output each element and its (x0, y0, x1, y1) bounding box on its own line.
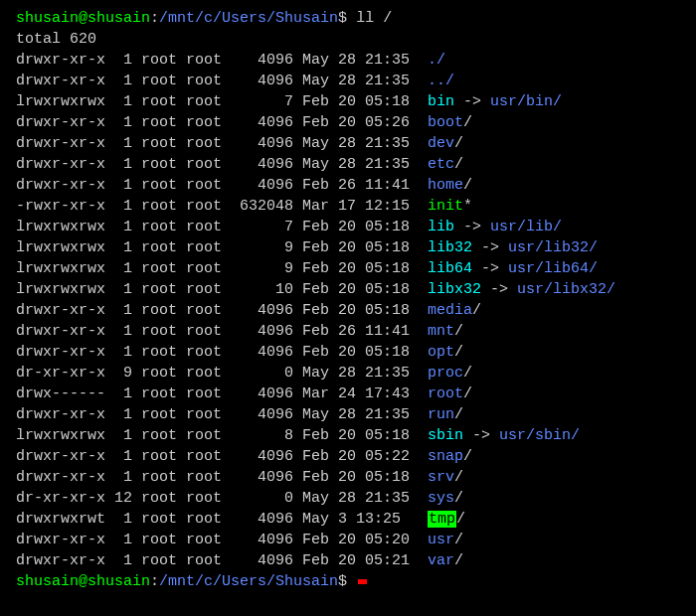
list-item: drwxr-xr-x 1 rootroot4096 May 28 21:35 r… (16, 404, 680, 425)
link-count: 1 (114, 196, 132, 217)
owner: root (141, 488, 186, 509)
date: Feb 26 11:41 (302, 175, 419, 196)
date: Feb 20 05:18 (302, 342, 419, 363)
symlink-target: usr/lib/ (490, 219, 562, 235)
group: root (186, 363, 231, 384)
size: 4096 (231, 300, 293, 321)
size: 4096 (231, 550, 293, 571)
permissions: drwxrwxrwt (16, 509, 105, 530)
prompt-colon: : (150, 573, 159, 590)
link-count: 1 (114, 509, 132, 530)
group: root (186, 384, 231, 404)
owner: root (141, 154, 186, 175)
symlink-target: usr/bin/ (490, 93, 562, 110)
list-item: drwxr-xr-x 1 rootroot4096 May 28 21:35 e… (16, 154, 680, 175)
list-item: drwxr-xr-x 1 rootroot4096 Feb 20 05:21 v… (16, 550, 680, 571)
link-count: 1 (114, 175, 132, 196)
date: Feb 20 05:18 (302, 217, 419, 237)
group: root (186, 467, 231, 488)
dir-name: var (428, 552, 454, 569)
owner: root (141, 196, 186, 217)
owner: root (141, 217, 186, 237)
group: root (186, 550, 231, 571)
group: root (186, 91, 231, 112)
dir-name: ./ (428, 52, 445, 69)
dir-slash: / (454, 490, 463, 507)
permissions: -rwxr-xr-x (16, 196, 105, 217)
list-item: lrwxrwxrwx 1 rootroot10 Feb 20 05:18 lib… (16, 279, 680, 300)
size: 4096 (231, 133, 293, 154)
date: Feb 20 05:18 (302, 237, 419, 258)
prompt-path: /mnt/c/Users/Shusain (159, 10, 338, 27)
list-item: lrwxrwxrwx 1 rootroot7 Feb 20 05:18 lib … (16, 217, 680, 237)
link-count: 1 (114, 91, 132, 112)
permissions: drwxr-xr-x (16, 154, 105, 175)
prompt-dollar: $ (338, 573, 347, 590)
group: root (186, 300, 231, 321)
owner: root (141, 404, 186, 425)
dir-slash: / (463, 177, 472, 194)
permissions: drwxr-xr-x (16, 300, 105, 321)
owner: root (141, 50, 186, 71)
list-item: drwx------ 1 rootroot4096 Mar 24 17:43 r… (16, 384, 680, 404)
size: 4096 (231, 71, 293, 91)
group: root (186, 217, 231, 237)
exec-name: init (428, 198, 463, 215)
group: root (186, 488, 231, 509)
permissions: drwxr-xr-x (16, 50, 105, 71)
dir-slash: / (454, 135, 463, 152)
date: Feb 20 05:20 (302, 530, 419, 550)
list-item: drwxr-xr-x 1 rootroot4096 Feb 26 11:41 h… (16, 175, 680, 196)
size: 4096 (231, 154, 293, 175)
list-item: drwxr-xr-x 1 rootroot4096 Feb 20 05:18 s… (16, 467, 680, 488)
group: root (186, 258, 231, 279)
symlink-arrow: -> (472, 239, 508, 256)
date: May 28 21:35 (302, 154, 419, 175)
owner: root (141, 175, 186, 196)
owner: root (141, 363, 186, 384)
link-count: 1 (114, 550, 132, 571)
dir-slash: / (472, 302, 481, 319)
list-item: drwxrwxrwt 1 rootroot4096 May 3 13:25 tm… (16, 509, 680, 530)
link-count: 1 (114, 530, 132, 550)
dir-name: run (428, 406, 454, 423)
size: 7 (231, 217, 293, 237)
link-count: 1 (114, 300, 132, 321)
command-text: ll / (356, 10, 392, 27)
symlink-arrow: -> (481, 281, 517, 298)
date: Feb 20 05:18 (302, 91, 419, 112)
date: May 28 21:35 (302, 71, 419, 91)
symlink-name: bin (428, 93, 454, 110)
terminal-output[interactable]: shusain@shusain:/mnt/c/Users/Shusain$ ll… (16, 8, 680, 592)
dir-slash: / (454, 344, 463, 361)
dir-slash: / (454, 323, 463, 340)
prompt-colon: : (150, 10, 159, 27)
dir-slash: / (463, 448, 472, 465)
size: 10 (231, 279, 293, 300)
permissions: drwxr-xr-x (16, 342, 105, 363)
dir-name: opt (428, 344, 454, 361)
group: root (186, 154, 231, 175)
prompt-host: shusain (87, 10, 150, 27)
date: May 28 21:35 (302, 363, 419, 384)
link-count: 1 (114, 133, 132, 154)
group: root (186, 133, 231, 154)
dir-slash: / (454, 552, 463, 569)
date: Feb 20 05:18 (302, 279, 419, 300)
dir-name: usr (428, 532, 454, 548)
permissions: lrwxrwxrwx (16, 258, 105, 279)
size: 9 (231, 237, 293, 258)
permissions: lrwxrwxrwx (16, 217, 105, 237)
size: 8 (231, 425, 293, 446)
date: May 28 21:35 (302, 488, 419, 509)
dir-name: root (428, 385, 463, 402)
date: Mar 17 12:15 (302, 196, 419, 217)
total-line: total 620 (16, 29, 680, 50)
link-count: 1 (114, 217, 132, 237)
cursor-icon (358, 579, 367, 584)
owner: root (141, 550, 186, 571)
size: 4096 (231, 50, 293, 71)
owner: root (141, 425, 186, 446)
group: root (186, 446, 231, 467)
list-item: drwxr-xr-x 1 rootroot4096 Feb 20 05:22 s… (16, 446, 680, 467)
